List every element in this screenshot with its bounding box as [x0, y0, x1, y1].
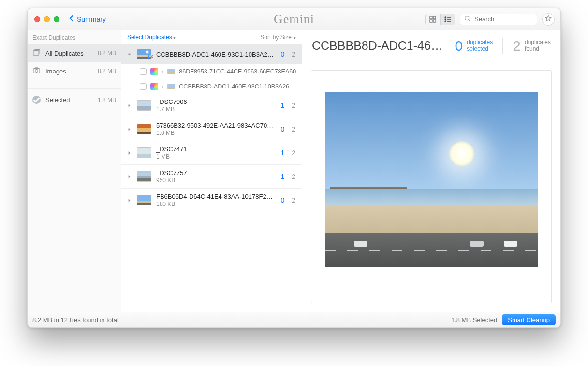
chevron-right-icon[interactable]	[126, 127, 132, 132]
group-total-count: 2	[292, 196, 295, 204]
sidebar-section-header: Exact Duplicates	[28, 30, 121, 44]
sidebar-item-all-duplicates[interactable]: All Duplicates 8.2 MB	[28, 44, 121, 62]
group-size: 1.7 MB	[156, 106, 276, 113]
preview-pane: CCBBBB8D-ADC1-46… 0 duplicatesselected 2…	[302, 30, 560, 312]
file-name: 86DF8953-71CC-44CE-9063-66EC78EA60	[179, 68, 297, 75]
thumbnail	[137, 100, 151, 111]
search-field[interactable]	[460, 14, 537, 25]
sort-menu[interactable]: Sort by Size ▾	[260, 34, 296, 41]
selected-count: 0	[455, 38, 463, 54]
svg-point-4	[445, 17, 446, 18]
photos-library-icon	[150, 83, 158, 90]
thumbnail	[137, 171, 151, 182]
file-name: CCBBBB8D-ADC1-460E-93C1-10B3A26621	[179, 83, 297, 90]
chevron-right-icon[interactable]	[126, 198, 132, 203]
sidebar-item-size: 8.2 MB	[98, 50, 116, 57]
checkbox[interactable]	[140, 83, 147, 90]
svg-rect-1	[433, 16, 436, 19]
sidebar: Exact Duplicates All Duplicates 8.2 MB I…	[28, 30, 121, 312]
svg-point-6	[445, 19, 446, 20]
group-name: _DSC7906	[156, 98, 276, 105]
flag-icon	[148, 54, 155, 62]
group-total-count: 2	[292, 125, 295, 133]
search-input[interactable]	[473, 15, 533, 23]
chevron-right-icon: ›	[162, 84, 163, 89]
duplicate-list: Select Duplicates ▾ Sort by Size ▾ CCBBB…	[121, 30, 302, 312]
close-window-button[interactable]	[34, 16, 40, 22]
photos-library-icon	[150, 68, 158, 75]
group-name: _DSC7471	[156, 146, 276, 153]
sidebar-item-images[interactable]: Images 8.2 MB	[28, 62, 121, 80]
star-icon	[545, 15, 552, 23]
svg-rect-12	[33, 51, 39, 55]
thumbnail	[137, 147, 151, 158]
group-total-count: 2	[292, 149, 295, 157]
chevron-right-icon[interactable]	[126, 175, 132, 179]
sidebar-separator	[28, 88, 121, 89]
group-size: 1 MB	[156, 153, 276, 160]
checkbox[interactable]	[140, 68, 147, 75]
svg-point-14	[35, 70, 38, 73]
svg-rect-15	[35, 68, 38, 69]
app-window: Summary Gemini	[27, 8, 561, 328]
group-total-count: 2	[292, 50, 295, 58]
sidebar-item-label: Selected	[45, 96, 70, 103]
group-size: 180 KB	[156, 201, 276, 207]
chevron-right-icon: ›	[162, 69, 163, 74]
svg-rect-3	[433, 20, 436, 22]
svg-line-11	[469, 19, 470, 21]
chevron-down-icon[interactable]	[126, 52, 132, 57]
thumbnail	[137, 195, 151, 205]
sidebar-item-selected[interactable]: Selected 1.8 MB	[28, 92, 121, 108]
sidebar-item-label: Images	[45, 68, 66, 75]
group-name: FB6B06D4-D64C-41E4-83AA-10178F25…	[156, 193, 276, 200]
group-selected-count: 1	[280, 173, 284, 180]
svg-rect-2	[430, 20, 432, 22]
duplicate-group[interactable]: _DSC7906 1.7 MB 12	[121, 94, 302, 117]
thumbnail	[167, 69, 175, 74]
traffic-lights	[28, 16, 59, 22]
chevron-right-icon[interactable]	[126, 103, 132, 108]
group-total-count: 2	[292, 173, 295, 180]
duplicate-group[interactable]: _DSC7757 950 KB 12	[121, 165, 302, 189]
selected-size: 1.8 MB Selected	[451, 316, 497, 323]
group-children: › 86DF8953-71CC-44CE-9063-66EC78EA60 › C…	[121, 64, 302, 94]
duplicate-file-row[interactable]: › CCBBBB8D-ADC1-460E-93C1-10B3A26621	[121, 79, 302, 94]
list-header: Select Duplicates ▾ Sort by Size ▾	[121, 30, 302, 44]
select-duplicates-menu[interactable]: Select Duplicates ▾	[127, 34, 176, 41]
search-icon	[464, 15, 470, 23]
favorites-button[interactable]	[542, 13, 555, 26]
selected-stat: 0 duplicatesselected	[455, 38, 493, 54]
found-stat: 2 duplicatesfound	[513, 38, 551, 54]
list-view-button[interactable]	[440, 14, 455, 25]
svg-point-8	[445, 21, 446, 22]
check-circle-icon	[32, 96, 41, 104]
duplicate-group[interactable]: 57366B32-9503-492E-AA21-9834AC70… 1.6 MB…	[121, 117, 302, 141]
found-count: 2	[513, 38, 521, 54]
preview-title: CCBBBB8D-ADC1-46…	[312, 39, 445, 53]
stack-icon	[32, 48, 41, 58]
camera-icon	[32, 66, 41, 76]
caret-down-icon: ▾	[294, 35, 296, 40]
duplicate-file-row[interactable]: › 86DF8953-71CC-44CE-9063-66EC78EA60	[121, 64, 302, 79]
group-selected-count: 0	[280, 196, 284, 204]
preview-header: CCBBBB8D-ADC1-46… 0 duplicatesselected 2…	[302, 30, 560, 61]
back-label: Summary	[77, 15, 106, 23]
chevron-right-icon[interactable]	[126, 151, 132, 155]
group-selected-count: 1	[280, 102, 284, 109]
group-total-count: 2	[292, 102, 295, 109]
group-name: CCBBBB8D-ADC1-460E-93C1-10B3A26…	[156, 51, 276, 58]
thumbnail	[137, 124, 151, 134]
group-size: 1.6 MB	[156, 130, 276, 136]
duplicate-group[interactable]: FB6B06D4-D64C-41E4-83AA-10178F25… 180 KB…	[121, 189, 302, 212]
minimize-window-button[interactable]	[44, 16, 50, 22]
grid-view-button[interactable]	[426, 14, 440, 25]
divider	[502, 38, 503, 54]
duplicate-group[interactable]: CCBBBB8D-ADC1-460E-93C1-10B3A26… 0 2	[121, 44, 302, 64]
back-button[interactable]: Summary	[68, 15, 106, 24]
preview-image[interactable]	[325, 92, 538, 267]
smart-cleanup-button[interactable]: Smart Cleanup	[502, 314, 556, 325]
duplicate-group[interactable]: _DSC7471 1 MB 12	[121, 141, 302, 165]
zoom-window-button[interactable]	[54, 16, 59, 22]
chevron-left-icon	[68, 15, 76, 24]
